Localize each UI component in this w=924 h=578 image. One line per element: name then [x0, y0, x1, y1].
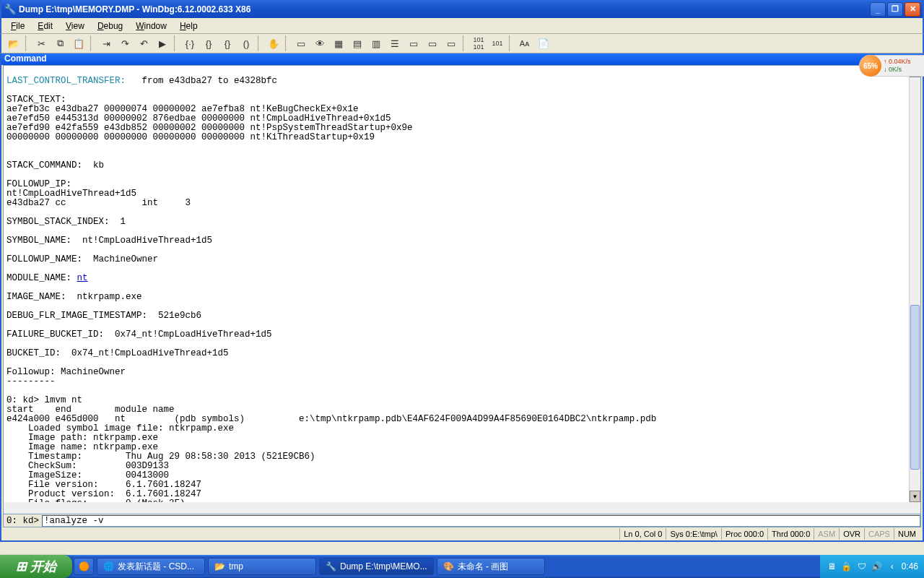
net-up: ↑ 0.04K/s	[884, 58, 911, 66]
status-proc: Proc 000:0	[721, 528, 767, 540]
status-num: NUM	[894, 528, 920, 540]
command-input[interactable]	[42, 515, 920, 527]
close-button[interactable]: ✕	[905, 2, 920, 17]
tray-icon-3[interactable]: 🛡	[856, 561, 868, 572]
locals-icon[interactable]: ▦	[330, 35, 347, 51]
menu-view[interactable]: View	[59, 20, 91, 33]
window-title: Dump E:\tmp\MEMORY.DMP - WinDbg:6.12.000…	[19, 4, 870, 14]
menu-file[interactable]: File	[4, 20, 31, 33]
statusbar: Ln 0, Col 0 Sys 0:E:\tmp\ Proc 000:0 Thr…	[0, 527, 924, 542]
module-link[interactable]: nt	[77, 273, 88, 283]
tray-icon-4[interactable]: 🔊	[871, 561, 883, 572]
menubar: File Edit View Debug Window Help	[0, 18, 924, 33]
callstack-icon[interactable]: ☰	[386, 35, 404, 51]
hand-icon[interactable]: ✋	[265, 35, 282, 51]
watch-icon[interactable]: 👁	[311, 35, 328, 51]
task-item-2[interactable]: 📂tmp	[208, 558, 316, 575]
status-ovr: OVR	[839, 528, 864, 540]
task-item-3[interactable]: 🔧Dump E:\tmp\MEMO...	[319, 558, 434, 575]
task-item-4[interactable]: 🎨未命名 - 画图	[437, 558, 545, 575]
tray-expand-icon[interactable]: ‹	[886, 561, 898, 572]
window-titlebar: 🔧 Dump E:\tmp\MEMORY.DMP - WinDbg:6.12.0…	[0, 0, 924, 18]
task-item-1[interactable]: 🌐发表新话题 - CSD...	[97, 558, 205, 575]
globe-icon: 🌐	[103, 561, 114, 571]
registers-icon[interactable]: ▭	[292, 35, 310, 51]
options-icon[interactable]: 📄	[535, 35, 552, 51]
cpu-pct-badge: 65%	[860, 55, 881, 77]
horizontal-scrollbar[interactable]	[4, 502, 920, 514]
step-out-icon[interactable]: ↶	[135, 35, 152, 51]
tray-clock[interactable]: 0:46	[902, 561, 918, 571]
step-over-icon[interactable]: ↷	[116, 35, 134, 51]
paste-icon[interactable]: 📋	[70, 35, 87, 51]
status-asm: ASM	[814, 528, 839, 540]
start-button[interactable]: ⊞开始	[0, 555, 72, 578]
brace-left-icon[interactable]: {·}	[181, 35, 199, 51]
menu-window[interactable]: Window	[129, 20, 173, 33]
processes-icon[interactable]: ▭	[424, 35, 441, 51]
menu-help[interactable]: Help	[173, 20, 204, 33]
memory-icon[interactable]: ▥	[367, 35, 385, 51]
run-icon[interactable]: ▶	[154, 35, 171, 51]
vertical-scrollbar[interactable]: ▲ ▼	[909, 66, 920, 502]
taskbar: ⊞开始 🟠 🌐发表新话题 - CSD... 📂tmp 🔧Dump E:\tmp\…	[0, 555, 924, 578]
tray-icon-1[interactable]: 🖥	[826, 561, 837, 572]
tray-icon-2[interactable]: 🔒	[841, 561, 853, 572]
debug-output-text[interactable]: LAST_CONTROL_TRANSFER: from e43dba27 to …	[4, 66, 909, 502]
binary-icon[interactable]: 101	[489, 35, 506, 51]
font-icon[interactable]: Aᴀ	[516, 35, 533, 51]
paint-icon: 🎨	[443, 561, 454, 571]
brace-mid-icon[interactable]: {}	[200, 35, 217, 51]
scroll-thumb[interactable]	[910, 305, 920, 470]
toolbar: 📂 ✂ ⧉ 📋 ⇥ ↷ ↶ ▶ {·} {} {} () ✋ ▭ 👁 ▦ ▤ ▥…	[0, 33, 924, 53]
copy-icon[interactable]: ⧉	[51, 35, 69, 51]
net-down: ↓ 0K/s	[884, 66, 911, 74]
threads-icon[interactable]: ▭	[405, 35, 422, 51]
panel-title: Command	[0, 53, 924, 65]
cut-icon[interactable]: ✂	[32, 35, 50, 51]
source-icon[interactable]: 101101	[470, 35, 487, 51]
system-tray[interactable]: 🖥 🔒 🛡 🔊 ‹ 0:46	[820, 555, 924, 578]
folder-icon: 📂	[214, 561, 225, 571]
brace-right-icon[interactable]: {}	[219, 35, 236, 51]
maximize-button[interactable]: ❐	[887, 2, 903, 17]
disasm-icon[interactable]: ▤	[349, 35, 366, 51]
app-icon: 🔧	[4, 4, 16, 15]
quicklaunch-1[interactable]: 🟠	[74, 558, 94, 575]
command-prompt-row: 0: kd>	[3, 514, 921, 527]
menu-debug[interactable]: Debug	[91, 20, 129, 33]
step-into-icon[interactable]: ⇥	[97, 35, 115, 51]
open-icon[interactable]: 📂	[5, 35, 22, 51]
scroll-down-icon[interactable]: ▼	[910, 491, 920, 502]
status-sys: Sys 0:E:\tmp\	[666, 528, 720, 540]
status-caps: CAPS	[864, 528, 894, 540]
debug-output-pane: LAST_CONTROL_TRANSFER: from e43dba27 to …	[3, 65, 921, 514]
network-meter[interactable]: 65% ↑ 0.04K/s ↓ 0K/s	[859, 55, 924, 77]
prompt-label: 0: kd>	[4, 516, 42, 526]
menu-edit[interactable]: Edit	[31, 20, 59, 33]
minimize-button[interactable]: _	[870, 2, 886, 17]
status-ln: Ln 0, Col 0	[619, 528, 666, 540]
windbg-icon: 🔧	[326, 561, 336, 571]
command-icon[interactable]: ▭	[443, 35, 460, 51]
par-icon[interactable]: ()	[237, 35, 255, 51]
status-thrd: Thrd 000:0	[767, 528, 814, 540]
